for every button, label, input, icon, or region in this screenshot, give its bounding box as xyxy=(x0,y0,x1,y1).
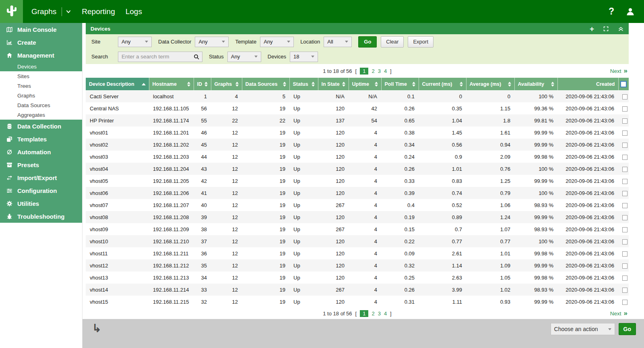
template-select[interactable]: Any xyxy=(260,37,294,47)
device-name-link[interactable]: vhost06 xyxy=(86,187,149,199)
row-checkbox[interactable] xyxy=(622,167,627,172)
page-2[interactable]: 2 xyxy=(372,311,374,317)
row-checkbox[interactable] xyxy=(622,191,627,196)
device-name-link[interactable]: vhost10 xyxy=(86,235,149,247)
col-header-device-description[interactable]: Device Description xyxy=(86,78,149,90)
device-name-link[interactable]: vhost11 xyxy=(86,247,149,259)
user-icon[interactable] xyxy=(625,7,635,17)
data-sources-count-link[interactable]: 19 xyxy=(242,296,289,308)
data-sources-count-link[interactable]: 19 xyxy=(242,247,289,259)
sidebar-item-configuration[interactable]: Configuration xyxy=(0,184,82,197)
row-checkbox[interactable] xyxy=(622,130,627,136)
device-name-link[interactable]: vhost07 xyxy=(86,199,149,211)
go-button[interactable]: Go xyxy=(358,36,377,48)
sidebar-subitem-graphs[interactable]: Graphs xyxy=(0,91,82,100)
graphs-count-link[interactable]: 22 xyxy=(211,114,242,126)
collapse-panel-icon[interactable] xyxy=(618,26,624,32)
device-name-link[interactable]: vhost01 xyxy=(86,126,149,139)
export-button[interactable]: Export xyxy=(408,36,433,48)
row-checkbox[interactable] xyxy=(622,288,627,293)
row-checkbox[interactable] xyxy=(622,118,627,124)
search-input[interactable] xyxy=(118,54,193,60)
status-select[interactable]: Any xyxy=(227,52,261,62)
graphs-count-link[interactable]: 12 xyxy=(211,151,242,163)
next-page-button[interactable]: Next» xyxy=(610,67,627,75)
device-name-link[interactable]: HP Printer xyxy=(86,114,149,126)
col-header-hostname[interactable]: Hostname xyxy=(149,78,194,90)
sidebar-item-troubleshooting[interactable]: Troubleshooting xyxy=(0,210,82,223)
graphs-count-link[interactable]: 12 xyxy=(211,271,242,284)
graphs-count-link[interactable]: 12 xyxy=(211,187,242,199)
action-select[interactable]: Choose an action xyxy=(551,323,615,335)
cacti-logo[interactable] xyxy=(0,0,23,23)
clear-button[interactable]: Clear xyxy=(381,36,404,48)
row-checkbox[interactable] xyxy=(622,106,627,112)
page-2[interactable]: 2 xyxy=(372,68,374,74)
help-icon[interactable]: ? xyxy=(609,7,614,16)
row-checkbox[interactable] xyxy=(622,276,627,281)
device-name-link[interactable]: vhost12 xyxy=(86,259,149,271)
sidebar-subitem-aggregates[interactable]: Aggregates xyxy=(0,110,82,120)
data-sources-count-link[interactable]: 19 xyxy=(242,139,289,151)
data-sources-count-link[interactable]: 19 xyxy=(242,126,289,139)
graphs-count-link[interactable]: 12 xyxy=(211,175,242,187)
row-checkbox[interactable] xyxy=(622,300,627,305)
page-1[interactable]: 1 xyxy=(360,68,368,75)
row-checkbox[interactable] xyxy=(622,239,627,244)
row-checkbox[interactable] xyxy=(622,143,627,148)
graphs-count-link[interactable]: 12 xyxy=(211,259,242,271)
sidebar-item-import-export[interactable]: Import/Export xyxy=(0,171,82,184)
col-header-graphs[interactable]: Graphs xyxy=(211,78,242,90)
device-name-link[interactable]: vhost04 xyxy=(86,163,149,175)
sidebar-item-templates[interactable]: Templates xyxy=(0,133,82,145)
action-go-button[interactable]: Go xyxy=(619,323,636,335)
col-header-in-state[interactable]: In State xyxy=(318,78,349,90)
data-sources-count-link[interactable]: 19 xyxy=(242,284,289,296)
col-header-average-ms[interactable]: Average (ms) xyxy=(466,78,514,90)
row-checkbox[interactable] xyxy=(622,263,627,269)
location-select[interactable]: All xyxy=(324,37,352,47)
data-sources-count-link[interactable]: 19 xyxy=(242,271,289,284)
data-sources-count-link[interactable]: 19 xyxy=(242,259,289,271)
next-page-button[interactable]: Next» xyxy=(610,309,627,317)
graphs-count-link[interactable]: 12 xyxy=(211,102,242,114)
graphs-count-link[interactable]: 12 xyxy=(211,211,242,223)
graphs-count-link[interactable]: 12 xyxy=(211,199,242,211)
data-sources-count-link[interactable]: 22 xyxy=(242,114,289,126)
sidebar-item-utilities[interactable]: Utilities xyxy=(0,197,82,210)
row-checkbox[interactable] xyxy=(622,215,627,220)
nav-tab-logs[interactable]: Logs xyxy=(120,0,147,23)
chevron-down-icon[interactable] xyxy=(66,9,71,14)
page-4[interactable]: 4 xyxy=(384,68,387,74)
data-sources-count-link[interactable]: 19 xyxy=(242,163,289,175)
sidebar-item-data-collection[interactable]: Data Collection xyxy=(0,120,82,133)
device-name-link[interactable]: vhost14 xyxy=(86,284,149,296)
graphs-count-link[interactable]: 12 xyxy=(211,139,242,151)
row-checkbox[interactable] xyxy=(622,155,627,160)
sidebar-subitem-sites[interactable]: Sites xyxy=(0,71,82,81)
nav-tab-graphs[interactable]: Graphs xyxy=(26,0,76,23)
page-4[interactable]: 4 xyxy=(384,311,387,317)
col-header-data-sources[interactable]: Data Sources xyxy=(242,78,289,90)
graphs-count-link[interactable]: 12 xyxy=(211,296,242,308)
sidebar-subitem-devices[interactable]: Devices xyxy=(0,62,82,71)
data-sources-count-link[interactable]: 19 xyxy=(242,235,289,247)
graphs-count-link[interactable]: 12 xyxy=(211,126,242,139)
row-checkbox[interactable] xyxy=(622,227,627,232)
sidebar-item-create[interactable]: Create xyxy=(0,36,82,49)
search-icon[interactable] xyxy=(193,54,200,60)
row-checkbox[interactable] xyxy=(622,179,627,184)
device-name-link[interactable]: vhost13 xyxy=(86,271,149,284)
data-sources-count-link[interactable]: 19 xyxy=(242,223,289,235)
page-3[interactable]: 3 xyxy=(378,311,381,317)
row-checkbox[interactable] xyxy=(622,251,627,257)
select-all-checkbox[interactable] xyxy=(620,81,627,87)
sidebar-item-presets[interactable]: Presets xyxy=(0,158,82,171)
add-device-icon[interactable]: + xyxy=(590,25,594,33)
graphs-count-link[interactable]: 12 xyxy=(211,235,242,247)
data-sources-count-link[interactable]: 19 xyxy=(242,175,289,187)
row-checkbox[interactable] xyxy=(622,203,627,208)
row-checkbox[interactable] xyxy=(622,94,627,99)
col-header-status[interactable]: Status xyxy=(289,78,318,90)
sidebar-item-main-console[interactable]: Main Console xyxy=(0,23,82,36)
